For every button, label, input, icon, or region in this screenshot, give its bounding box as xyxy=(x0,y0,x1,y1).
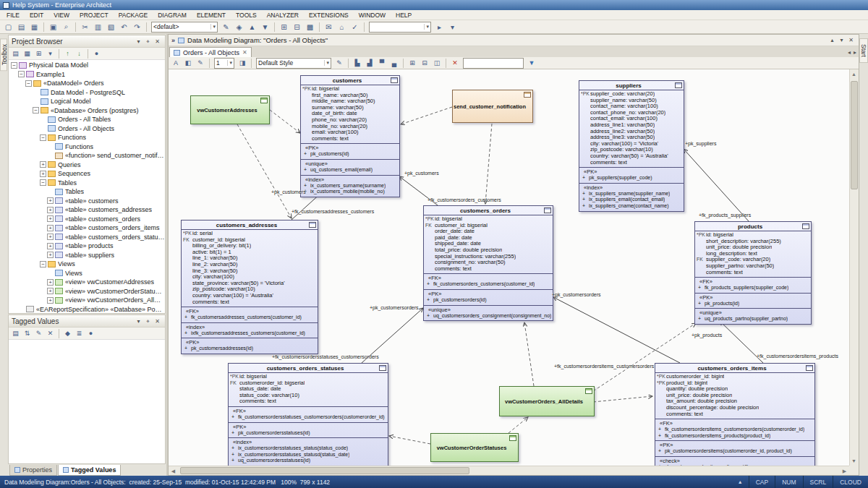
tree-item[interactable]: −Views xyxy=(9,260,165,269)
menu-diagram[interactable]: DIAGRAM xyxy=(153,12,192,19)
close-panel-icon[interactable]: ✕ xyxy=(153,317,162,325)
new-diagram-icon[interactable]: ▦ xyxy=(22,48,33,59)
close-pane-icon[interactable]: ✕ xyxy=(846,36,856,45)
align-right-icon[interactable]: ▟ xyxy=(364,58,375,69)
move-down-icon[interactable]: ↓ xyxy=(74,48,85,59)
expander-icon[interactable]: + xyxy=(47,215,54,222)
expander-icon[interactable]: + xyxy=(47,243,54,249)
entity-customers_addresses[interactable]: customers_addresses*PKid: serialFKcustom… xyxy=(181,220,318,354)
close-panel-icon[interactable]: ✕ xyxy=(153,37,162,46)
sort-icon[interactable]: ⇅ xyxy=(22,328,33,338)
align-top-icon[interactable]: ▀ xyxy=(376,58,388,69)
expander-icon[interactable]: − xyxy=(40,261,46,267)
panel-menu-icon[interactable]: ▾ xyxy=(134,317,143,325)
menu-view[interactable]: VIEW xyxy=(48,12,75,19)
tab-orders-all-objects[interactable]: Orders - All Objects ✕ xyxy=(169,47,252,57)
navigate-up-icon[interactable]: ▲ xyxy=(246,21,258,33)
expander-icon[interactable]: + xyxy=(47,234,54,240)
tree-item[interactable]: −Physical Data Model xyxy=(9,61,165,70)
expander-icon[interactable]: − xyxy=(18,71,25,77)
open-icon[interactable]: ▤ xyxy=(15,21,27,33)
mail-icon[interactable]: ✉ xyxy=(323,21,335,33)
diagram-style-combo[interactable]: Default Style▾ xyxy=(256,58,331,69)
browser-menu-icon[interactable]: ▾ xyxy=(45,48,56,59)
swap-icon[interactable]: ◨ xyxy=(237,58,248,69)
expander-icon[interactable]: + xyxy=(47,297,54,304)
list-icon[interactable]: ≣ xyxy=(74,328,85,338)
menu-window[interactable]: WINDOW xyxy=(354,12,391,19)
more-icon[interactable]: ▾ xyxy=(446,21,459,33)
tree-item[interactable]: Functions xyxy=(9,142,165,152)
expander-icon[interactable]: − xyxy=(11,62,17,69)
start-tab[interactable]: Start xyxy=(859,38,868,63)
horizontal-scroll-thumb[interactable] xyxy=(180,467,469,474)
expander-icon[interactable]: − xyxy=(33,107,39,114)
tree-item[interactable]: −Functions xyxy=(9,133,165,142)
new-element-icon[interactable]: ⊞ xyxy=(278,21,290,33)
menu-edit[interactable]: EDIT xyxy=(25,12,48,19)
tree-item[interactable]: Orders - All Tables xyxy=(9,115,165,124)
tree-item[interactable]: Data Model - PostgreSQL xyxy=(9,88,165,98)
tree-item[interactable]: −«DataModel» Orders xyxy=(9,79,165,88)
pin-icon[interactable]: ⌖ xyxy=(143,317,153,326)
diagram-surface[interactable]: customers*PKid: bigserialfirst_name: var… xyxy=(169,69,849,466)
delete-icon[interactable]: ✕ xyxy=(449,58,461,69)
expander-icon[interactable]: + xyxy=(47,197,54,204)
collapse-all-icon[interactable]: ⊟ xyxy=(291,21,303,33)
help-icon[interactable]: ● xyxy=(85,328,96,338)
toolbox-tab[interactable]: Toolbox xyxy=(0,38,7,71)
diagram-icon[interactable]: ◈ xyxy=(233,21,245,33)
menu-project[interactable]: PROJECT xyxy=(75,12,114,19)
pin-icon[interactable]: ⌖ xyxy=(143,38,153,46)
element-filter-input[interactable] xyxy=(463,58,524,69)
dock-tab-tagged-values[interactable]: Tagged Values xyxy=(58,465,121,476)
tree-item[interactable]: +«table» suppliers xyxy=(9,251,165,260)
vertical-scroll-thumb[interactable] xyxy=(851,81,858,189)
menu-tools[interactable]: TOOLS xyxy=(231,12,262,19)
entity-customers[interactable]: customers*PKid: bigserialfirst_name: var… xyxy=(300,75,400,197)
default-perspective-combo[interactable]: <default>▾ xyxy=(151,22,218,33)
tree-item[interactable]: «EAReportSpecification» «Database» Postg… xyxy=(9,305,165,314)
tag-icon[interactable]: ◆ xyxy=(62,328,73,338)
entity-vwCustomerOrderStatuses[interactable]: vwCustomerOrderStatuses xyxy=(430,433,519,462)
entity-products[interactable]: products*PKid: bigserialshort_descriptio… xyxy=(694,221,812,325)
edit-tag-icon[interactable]: ✎ xyxy=(33,328,44,338)
entity-suppliers[interactable]: suppliers*PKsupplier_code: varchar(20)su… xyxy=(579,80,684,212)
redo-icon[interactable]: ↷ xyxy=(131,21,143,33)
tree-item[interactable]: +Queries xyxy=(9,160,165,170)
filter-icon[interactable]: ▼ xyxy=(526,58,537,69)
entity-vwCustomerOrders_AllDetails[interactable]: vwCustomerOrders_AllDetails xyxy=(499,386,595,416)
check-icon[interactable]: ✓ xyxy=(349,21,361,33)
panel-menu-icon[interactable]: ▾ xyxy=(134,37,143,46)
entity-customers_orders_statuses[interactable]: customers_orders_statuses*PKid: bigseria… xyxy=(228,363,388,466)
align-bottom-icon[interactable]: ▄ xyxy=(388,58,400,69)
tab-scroll-right-icon[interactable]: ▸ xyxy=(854,49,856,56)
paste-icon[interactable]: ▧ xyxy=(105,21,117,33)
search-box-combo[interactable]: ▾ xyxy=(369,22,431,33)
menu-analyzer[interactable]: ANALYZER xyxy=(262,12,304,19)
tree-item[interactable]: +«table» customers_orders xyxy=(9,215,165,224)
entity-customers_orders[interactable]: customers_orders*PKid: bigserialFKcustom… xyxy=(423,205,553,321)
menu-package[interactable]: PACKAGE xyxy=(114,12,153,19)
tree-item[interactable]: +«table» products xyxy=(9,241,165,251)
new-icon[interactable]: ▢ xyxy=(2,21,14,33)
vertical-scrollbar[interactable]: ▲ ▼ xyxy=(849,69,859,466)
diagram-canvas[interactable]: customers*PKid: bigserialfirst_name: var… xyxy=(169,69,859,475)
collapse-icon[interactable]: ⊟ xyxy=(419,58,430,69)
expander-icon[interactable]: + xyxy=(47,288,54,294)
tree-item[interactable]: +«view» vwCustomerOrderStatuses xyxy=(9,287,165,296)
dropdown-arrow-icon[interactable]: ▾ xyxy=(210,24,216,30)
expand-icon[interactable]: ⊞ xyxy=(407,58,418,69)
tree-item[interactable]: −«Database» Orders (postgres) xyxy=(9,106,165,116)
edit-icon[interactable]: ✎ xyxy=(220,21,232,33)
tree-item[interactable]: +«view» vwCustomerOrders_AllDetails xyxy=(9,296,165,305)
menu-file[interactable]: FILE xyxy=(1,12,25,19)
undo-icon[interactable]: ↶ xyxy=(118,21,130,33)
tree-item[interactable]: +«table» customers_orders_items xyxy=(9,223,165,233)
expander-icon[interactable]: − xyxy=(25,80,32,87)
print-icon[interactable]: ▣ xyxy=(47,21,59,33)
tree-item[interactable]: +«table» customers_orders_statuses xyxy=(9,233,165,242)
navigate-down-icon[interactable]: ▼ xyxy=(259,21,271,33)
tree-item[interactable]: +«table» customers xyxy=(9,197,165,206)
style-copy-icon[interactable]: ◧ xyxy=(182,58,194,69)
